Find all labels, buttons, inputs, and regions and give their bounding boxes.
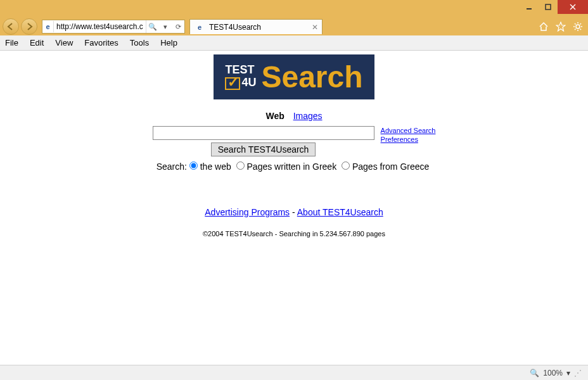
address-bar[interactable]: [54, 20, 146, 33]
settings-gear-icon[interactable]: [570, 19, 585, 34]
status-bar: 🔍 100% ▾ ⋰: [0, 365, 588, 380]
window-titlebar: [0, 0, 588, 18]
resize-grip-icon[interactable]: ⋰: [574, 369, 582, 377]
tab-close-icon[interactable]: ✕: [312, 23, 318, 32]
search-scope-row: Search: the web Pages written in Greek P…: [0, 162, 588, 172]
address-tools: 🔍 ▾ ⟳: [146, 20, 184, 33]
ie-favicon-icon: e: [42, 21, 54, 32]
menu-help[interactable]: Help: [160, 38, 177, 48]
zoom-level[interactable]: 100%: [543, 369, 563, 377]
favorites-star-icon[interactable]: [553, 19, 568, 34]
advertising-link[interactable]: Advertising Programs: [205, 207, 290, 217]
logo-text-search: Search: [261, 60, 362, 94]
menu-bar: File Edit View Favorites Tools Help: [0, 35, 588, 51]
svg-point-4: [576, 25, 580, 28]
radio-greece-label: Pages from Greece: [352, 162, 429, 172]
tab-images-link[interactable]: Images: [293, 111, 323, 121]
tab-web[interactable]: Web: [265, 111, 284, 121]
zoom-dropdown-icon[interactable]: ▾: [566, 369, 570, 377]
search-tabs: Web Images: [0, 111, 588, 121]
search-scope-label: Search:: [157, 162, 187, 172]
radio-greece[interactable]: [342, 162, 350, 170]
menu-tools[interactable]: Tools: [130, 38, 149, 48]
dropdown-icon[interactable]: ▾: [159, 20, 172, 33]
footer-separator: -: [290, 207, 297, 217]
menu-favorites[interactable]: Favorites: [84, 38, 118, 48]
home-icon[interactable]: [536, 19, 551, 34]
copyright-text: ©2004 TEST4Usearch - Searching in 5.234.…: [0, 230, 588, 238]
menu-view[interactable]: View: [55, 38, 73, 48]
preferences-link[interactable]: Preferences: [381, 135, 436, 144]
radio-greek-label: Pages written in Greek: [247, 162, 337, 172]
minimize-button[interactable]: [520, 0, 539, 14]
logo-text-bottom: 4U: [241, 76, 256, 89]
zoom-icon[interactable]: 🔍: [530, 369, 539, 377]
radio-web[interactable]: [189, 162, 198, 170]
page-content: TEST 4U Search Web Images Search TEST4Us…: [0, 51, 588, 365]
maximize-button[interactable]: [539, 0, 558, 14]
logo-check-icon: [225, 77, 240, 90]
browser-toolbar: e 🔍 ▾ ⟳ e TEST4Usearch ✕: [0, 18, 588, 35]
back-button[interactable]: [3, 18, 19, 35]
forward-button[interactable]: [21, 18, 37, 35]
search-input[interactable]: [153, 126, 374, 140]
browser-tab[interactable]: e TEST4Usearch ✕: [189, 19, 323, 34]
site-logo: TEST 4U Search: [214, 54, 374, 99]
menu-file[interactable]: File: [5, 38, 18, 48]
svg-rect-1: [546, 4, 551, 10]
address-bar-wrap: e 🔍 ▾ ⟳: [42, 20, 185, 34]
footer-links: Advertising Programs - About TEST4Usearc…: [0, 207, 588, 217]
close-button[interactable]: [558, 0, 588, 14]
radio-greek[interactable]: [236, 162, 245, 170]
advanced-search-link[interactable]: Advanced Search: [381, 126, 436, 135]
about-link[interactable]: About TEST4Usearch: [297, 207, 383, 217]
tab-title: TEST4Usearch: [209, 23, 261, 32]
search-icon[interactable]: 🔍: [146, 20, 159, 33]
menu-edit[interactable]: Edit: [30, 38, 44, 48]
radio-web-label: the web: [200, 162, 231, 172]
search-button[interactable]: Search TEST4Usearch: [211, 142, 316, 156]
refresh-icon[interactable]: ⟳: [172, 20, 184, 33]
tab-favicon-icon: e: [194, 22, 205, 33]
